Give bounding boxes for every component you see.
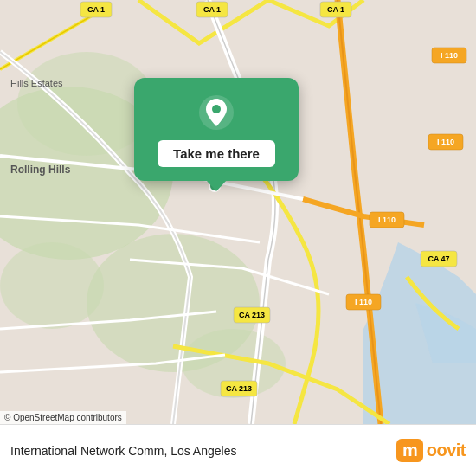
svg-text:Hills Estates: Hills Estates <box>10 78 63 88</box>
moovit-logo: m oovit <box>396 439 466 462</box>
map-container: CA 1 CA 1 CA 1 I 110 I 110 I 110 I 110 C… <box>0 0 476 424</box>
osm-attribution: © OpenStreetMap contributors <box>0 411 126 424</box>
svg-text:I 110: I 110 <box>441 51 458 60</box>
svg-text:CA 47: CA 47 <box>428 254 449 263</box>
svg-point-5 <box>0 242 104 329</box>
svg-text:CA 1: CA 1 <box>87 5 105 14</box>
svg-text:I 110: I 110 <box>378 215 396 224</box>
moovit-rest-text: oovit <box>427 441 466 460</box>
popup-card: Take me there <box>134 78 299 181</box>
svg-text:Rolling Hills: Rolling Hills <box>10 164 71 176</box>
svg-text:CA 1: CA 1 <box>327 5 344 14</box>
svg-text:CA 213: CA 213 <box>226 384 252 393</box>
svg-text:I 110: I 110 <box>437 138 454 146</box>
svg-text:CA 213: CA 213 <box>239 311 265 319</box>
bottom-bar: International Network Comm, Los Angeles … <box>0 424 476 476</box>
location-text: International Network Comm, Los Angeles <box>10 444 236 458</box>
svg-text:CA 1: CA 1 <box>203 5 221 14</box>
location-pin-icon <box>197 93 235 132</box>
svg-text:I 110: I 110 <box>355 298 372 306</box>
take-me-there-button[interactable]: Take me there <box>158 140 275 167</box>
moovit-m-letter: m <box>396 439 423 462</box>
svg-point-32 <box>212 105 221 113</box>
